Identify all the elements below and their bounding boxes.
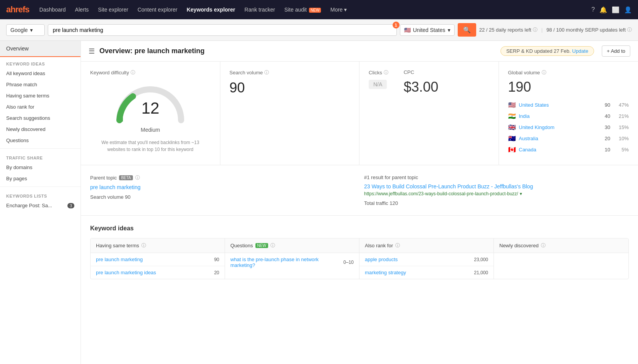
- list-item: what is the pre-launch phase in network …: [225, 253, 359, 272]
- country-row-us: 🇺🇸 United States 90 47%: [508, 101, 629, 109]
- sidebar-item-all-keyword-ideas[interactable]: All keyword ideas: [0, 68, 81, 79]
- sidebar-item-keywords-list[interactable]: Encharge Post: Sa... 3: [0, 200, 81, 211]
- sidebar-item-phrase-match[interactable]: Phrase match: [0, 79, 81, 90]
- clicks-cpc-card: Clicks ⓘ N/A CPC $3.00: [359, 62, 499, 165]
- sidebar-item-by-pages[interactable]: By pages: [0, 173, 81, 184]
- sidebar-item-newly-discovered[interactable]: Newly discovered: [0, 124, 81, 135]
- nd-help-icon[interactable]: ⓘ: [541, 242, 546, 249]
- result-traffic: Total traffic 120: [364, 200, 629, 206]
- search-input[interactable]: [53, 27, 392, 33]
- sidebar-overview-tab[interactable]: Overview: [0, 41, 81, 57]
- keyword-link[interactable]: pre launch marketing: [96, 257, 211, 262]
- sidebar-item-by-domains[interactable]: By domains: [0, 162, 81, 173]
- keyword-difficulty-card: Keyword difficulty ⓘ 12 Medium: [81, 62, 220, 165]
- gb-country-link[interactable]: United Kingdom: [519, 124, 602, 130]
- nav-more[interactable]: More ▾: [326, 4, 351, 15]
- svg-rect-0: [118, 113, 123, 122]
- nav-alerts[interactable]: Alerts: [71, 4, 93, 15]
- sidebar-item-also-rank-for[interactable]: Also rank for: [0, 101, 81, 112]
- ca-flag: 🇨🇦: [508, 146, 516, 153]
- parent-topic-label: Parent topic BETA ⓘ: [90, 174, 355, 181]
- country-row-au: 🇦🇺 Australia 20 10%: [508, 135, 629, 142]
- nav-rank-tracker[interactable]: Rank tracker: [241, 4, 279, 15]
- sv-help-icon[interactable]: ⓘ: [264, 69, 269, 76]
- au-vol: 20: [605, 136, 610, 141]
- keyword-val: 23,000: [474, 257, 488, 262]
- update-badge: SERP & KD updated 27 Feb. Update: [500, 46, 594, 56]
- sidebar-item-search-suggestions[interactable]: Search suggestions: [0, 112, 81, 124]
- gauge-container: 12: [112, 80, 189, 126]
- search-bar: Google ▾ 1 🇺🇸 United States ▾ 🔍 22 / 25 …: [0, 19, 638, 41]
- beta-badge: BETA: [119, 175, 133, 180]
- in-pct: 21%: [616, 113, 629, 119]
- overview-header: ☰ Overview: pre launch marketing SERP & …: [81, 41, 638, 62]
- newly-discovered-header: Newly discovered ⓘ: [494, 238, 628, 253]
- gauge-desc: We estimate that you'll need backlinks f…: [90, 139, 211, 153]
- chevron-down-icon: ▾: [448, 27, 450, 33]
- keyword-link[interactable]: apple products: [365, 257, 471, 262]
- add-to-button[interactable]: + Add to: [602, 45, 630, 57]
- gv-help-icon[interactable]: ⓘ: [542, 69, 546, 76]
- notifications-icon[interactable]: 🔔: [599, 6, 607, 13]
- kd-help-icon[interactable]: ⓘ: [131, 69, 135, 76]
- gauge-label: Medium: [90, 127, 211, 133]
- search-button[interactable]: 🔍: [458, 23, 476, 37]
- keyword-val: 21,000: [474, 270, 488, 275]
- hst-help-icon[interactable]: ⓘ: [141, 242, 146, 249]
- monthly-updates-text: 98 / 100 monthly SERP updates left: [546, 27, 626, 33]
- also-rank-for-col: Also rank for ⓘ apple products 23,000 ma…: [359, 238, 494, 279]
- us-country-link[interactable]: United States: [519, 102, 602, 108]
- au-country-link[interactable]: Australia: [519, 136, 602, 141]
- keyword-ideas-grid: Having same terms ⓘ pre launch marketing…: [90, 238, 629, 279]
- keyword-link[interactable]: pre launch marketing ideas: [96, 270, 211, 275]
- clicks-help-icon[interactable]: ⓘ: [384, 69, 388, 76]
- clicks-label: Clicks ⓘ: [369, 69, 388, 76]
- new-badge: NEW: [309, 8, 321, 13]
- nav-site-audit[interactable]: Site audit NEW: [280, 4, 325, 15]
- engine-select[interactable]: Google ▾: [6, 24, 45, 36]
- ca-country-link[interactable]: Canada: [519, 147, 602, 153]
- search-input-container: 1: [48, 24, 397, 36]
- nav-keywords-explorer[interactable]: Keywords explorer: [183, 4, 239, 15]
- sidebar-keyword-ideas-section: KEYWORD IDEAS: [0, 57, 81, 68]
- sidebar-item-questions[interactable]: Questions: [0, 135, 81, 146]
- hamburger-icon[interactable]: ☰: [89, 47, 95, 55]
- in-vol: 40: [605, 113, 610, 119]
- help-icon[interactable]: ?: [591, 6, 595, 13]
- display-icon[interactable]: ⬜: [612, 6, 620, 13]
- country-select[interactable]: 🇺🇸 United States ▾: [400, 24, 455, 36]
- keyword-link[interactable]: marketing strategy: [365, 270, 471, 275]
- logo[interactable]: ahrefs: [6, 5, 29, 15]
- arf-help-icon[interactable]: ⓘ: [395, 242, 400, 249]
- having-same-terms-header: Having same terms ⓘ: [91, 238, 225, 253]
- also-rank-for-header: Also rank for ⓘ: [359, 238, 494, 253]
- update-link[interactable]: Update: [572, 48, 588, 54]
- sidebar-item-having-same-terms[interactable]: Having same terms: [0, 90, 81, 101]
- us-pct: 47%: [616, 102, 629, 108]
- search-volume-label: Search volume ⓘ: [230, 69, 350, 76]
- nav-dashboard[interactable]: Dashboard: [35, 4, 70, 15]
- nav-site-explorer[interactable]: Site explorer: [94, 4, 132, 15]
- overview-title: Overview: pre launch marketing: [99, 47, 205, 55]
- daily-reports-help-icon[interactable]: ⓘ: [533, 27, 537, 33]
- questions-help-icon[interactable]: ⓘ: [270, 242, 275, 249]
- dropdown-arrow-icon[interactable]: ▾: [520, 191, 522, 196]
- nav-content-explorer[interactable]: Content explorer: [134, 4, 181, 15]
- user-icon[interactable]: 👤: [624, 6, 632, 13]
- notification-badge: 1: [393, 22, 400, 29]
- sidebar: Overview KEYWORD IDEAS All keyword ideas…: [0, 41, 81, 364]
- having-same-terms-col: Having same terms ⓘ pre launch marketing…: [91, 238, 225, 279]
- keyword-link[interactable]: what is the pre-launch phase in network …: [230, 257, 340, 268]
- list-badge: 3: [67, 203, 74, 208]
- content-area: ☰ Overview: pre launch marketing SERP & …: [81, 41, 638, 364]
- parent-topic-help-icon[interactable]: ⓘ: [135, 174, 140, 181]
- list-item: apple products 23,000: [359, 253, 494, 266]
- parent-topic-vol: Search volume 90: [90, 194, 355, 200]
- parent-topic-link[interactable]: pre launch marketing: [90, 184, 141, 190]
- monthly-updates-help-icon[interactable]: ⓘ: [627, 27, 632, 33]
- result-label: #1 result for parent topic: [364, 174, 629, 180]
- result-title-link[interactable]: 23 Ways to Build Colossal Pre-Launch Pro…: [364, 183, 629, 190]
- report-info: 22 / 25 daily reports left ⓘ | 98 / 100 …: [479, 27, 632, 33]
- ca-pct: 5%: [616, 147, 629, 153]
- in-country-link[interactable]: India: [519, 113, 602, 119]
